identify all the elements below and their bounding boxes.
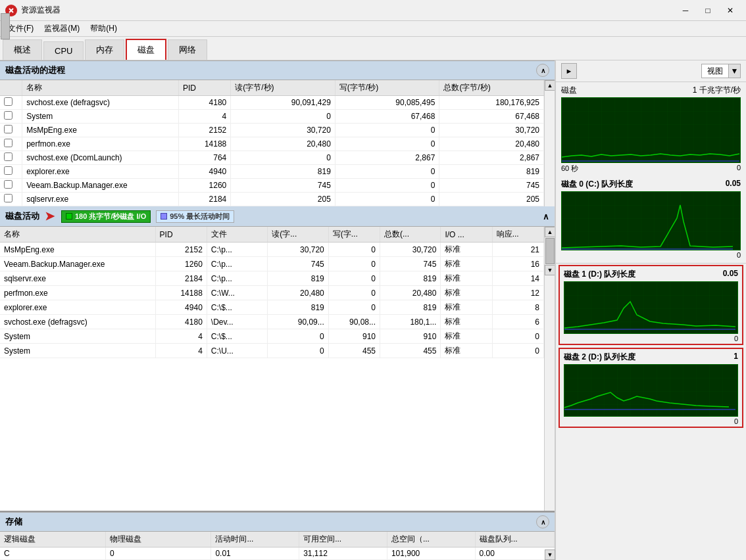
svg-rect-6	[564, 365, 737, 416]
act-col-file[interactable]: 文件	[207, 227, 267, 243]
collapse-activity-button[interactable]: ∧	[543, 212, 549, 222]
process-checkbox[interactable]	[4, 139, 12, 147]
green-square-icon	[66, 213, 72, 220]
left-panel: 磁盘活动的进程 ∧ 名称 PID 读(字节/秒) 写(字节/秒)	[0, 60, 555, 560]
table-row: explorer.exe 4940 819 0 819	[0, 165, 544, 179]
storage-row: C 0 0.01 31,112 101,900 0.00	[0, 548, 555, 560]
act-col-read[interactable]: 读(字...	[268, 227, 328, 243]
disk-activity-header: 磁盘活动 ➤ 180 兆字节/秒磁盘 I/O 95% 最长活动时间 ∧	[0, 206, 555, 227]
process-checkbox[interactable]	[4, 125, 12, 133]
table-row: sqlservr.exe 2184 C:\p... 819 0 819 标准 1…	[0, 271, 544, 286]
table-row: sqlservr.exe 2184 205 0 205	[0, 193, 544, 206]
table-row: perfmon.exe 14188 20,480 0 20,480	[0, 137, 544, 151]
act-scroll-up[interactable]: ▲	[545, 227, 555, 237]
disk0-chart-footer: 0	[561, 251, 741, 259]
storage-section: 存储 ∧ 逻辑磁盘 物理磁盘 活动时间... 可用空间... 总空间（... 磁…	[0, 511, 555, 560]
activity-table-scroll[interactable]: 名称 PID 文件 读(字... 写(字... 总数(... I/O ... 响…	[0, 227, 544, 511]
stor-col-avail[interactable]: 可用空间...	[299, 532, 387, 548]
disk-processes-table: 名称 PID 读(字节/秒) 写(字节/秒) 总数(字节/秒) svchost.…	[0, 80, 544, 206]
act-col-total[interactable]: 总数(...	[380, 227, 440, 243]
process-scrollbar[interactable]: ▲ ▼	[544, 80, 555, 206]
disk-label-row: 磁盘 1 千兆字节/秒	[561, 85, 741, 96]
process-checkbox[interactable]	[4, 111, 12, 120]
menu-monitor[interactable]: 监视器(M)	[39, 22, 85, 35]
view-dropdown-arrow[interactable]: ▼	[728, 64, 740, 78]
table-row: Veeam.Backup.Manager.exe 1260 C:\p... 74…	[0, 257, 544, 271]
view-dropdown[interactable]: 视图 ▼	[701, 64, 741, 78]
disk0-queue-label-row: 磁盘 0 (C:) 队列长度 0.05	[561, 177, 741, 191]
table-row: perfmon.exe 14188 C:\W... 20,480 0 20,48…	[0, 286, 544, 300]
disk-main-chart	[561, 97, 741, 163]
stor-col-logical[interactable]: 逻辑磁盘	[0, 532, 105, 548]
disk-chart-svg	[562, 98, 740, 162]
activity-scrollbar[interactable]: ▲ ▼	[544, 227, 555, 511]
act-scroll-thumb[interactable]	[545, 238, 555, 264]
disk0-svg	[562, 192, 740, 250]
view-label: 视图	[702, 66, 728, 77]
act-scroll-down[interactable]: ▼	[545, 265, 555, 275]
tab-memory[interactable]: 内存	[85, 39, 124, 60]
chart-time-value: 0	[737, 164, 741, 174]
disk2-label: 磁盘 2 (D:) 队列长度	[564, 352, 635, 363]
collapse-storage-button[interactable]: ∧	[536, 515, 549, 528]
window-controls: ─ □ ✕	[675, 4, 741, 17]
disk0-queue-section: 磁盘 0 (C:) 队列长度 0.05 0	[556, 176, 746, 264]
col-read[interactable]: 读(字节/秒)	[231, 80, 336, 96]
stor-col-total[interactable]: 总空间（...	[387, 532, 475, 548]
maximize-button[interactable]: □	[697, 4, 718, 17]
menu-help[interactable]: 帮助(H)	[85, 22, 122, 35]
blue-square-icon	[161, 213, 167, 220]
close-button[interactable]: ✕	[720, 4, 741, 17]
act-col-resp[interactable]: 响应...	[492, 227, 543, 243]
act-col-pid[interactable]: PID	[155, 227, 207, 243]
tab-disk[interactable]: 磁盘	[126, 39, 166, 60]
disk2-queue-section: 磁盘 2 (D:) 队列长度 1 0	[559, 348, 743, 428]
main-layout: 磁盘活动的进程 ∧ 名称 PID 读(字节/秒) 写(字节/秒)	[0, 60, 746, 560]
scroll-down-arrow[interactable]: ▼	[545, 549, 555, 560]
disk1-queue-chart	[564, 281, 738, 334]
disk2-queue-label-row: 磁盘 2 (D:) 队列长度 1	[564, 350, 738, 364]
col-total[interactable]: 总数(字节/秒)	[439, 80, 544, 96]
table-row: svchost.exe (DcomLaunch) 764 0 2,867 2,8…	[0, 151, 544, 165]
stor-col-physical[interactable]: 物理磁盘	[105, 532, 211, 548]
col-name[interactable]: 名称	[22, 80, 179, 96]
disk1-queue-label-row: 磁盘 1 (D:) 队列长度 0.05	[564, 268, 738, 281]
table-row: MsMpEng.exe 2152 C:\p... 30,720 0 30,720…	[0, 243, 544, 257]
process-checkbox[interactable]	[4, 152, 12, 161]
right-panel-header: ► 视图 ▼	[556, 60, 746, 82]
stor-col-queue[interactable]: 磁盘队列...	[475, 532, 554, 548]
scroll-up-arrow[interactable]: ▲	[545, 80, 555, 91]
act-col-io[interactable]: I/O ...	[441, 227, 492, 243]
nav-forward-button[interactable]: ►	[561, 63, 577, 79]
tab-network[interactable]: 网络	[168, 39, 207, 60]
right-panel: ► 视图 ▼ 磁盘 1 千兆字节/秒	[555, 60, 746, 560]
col-write[interactable]: 写(字节/秒)	[335, 80, 439, 96]
tab-cpu[interactable]: CPU	[43, 41, 84, 60]
process-checkbox[interactable]	[4, 194, 12, 202]
process-checkbox[interactable]	[4, 97, 12, 106]
table-row: svchost.exe (defragsvc) 4180 90,091,429 …	[0, 96, 544, 110]
disk-processes-title: 磁盘活动的进程	[5, 64, 65, 76]
table-row: Veeam.Backup.Manager.exe 1260 745 0 745	[0, 179, 544, 193]
chart-time-label: 60 秒	[561, 164, 578, 174]
tab-overview[interactable]: 概述	[3, 39, 42, 60]
process-checkbox[interactable]	[4, 180, 12, 189]
disk-activity-title: 磁盘活动	[5, 210, 39, 222]
collapse-processes-button[interactable]: ∧	[536, 64, 549, 77]
disk-io-label: 180 兆字节/秒磁盘 I/O	[75, 212, 146, 222]
svg-rect-4	[562, 192, 740, 250]
act-col-name[interactable]: 名称	[0, 227, 155, 243]
menu-bar: 文件(F) 监视器(M) 帮助(H)	[0, 21, 746, 37]
table-row: explorer.exe 4940 C:\$... 819 0 819 标准 8	[0, 300, 544, 315]
storage-header: 存储 ∧	[0, 512, 555, 532]
stor-col-active[interactable]: 活动时间...	[211, 532, 299, 548]
disk-activity-table: 名称 PID 文件 读(字... 写(字... 总数(... I/O ... 响…	[0, 227, 544, 358]
disk2-queue-chart	[564, 364, 738, 417]
activity-time-badge: 95% 最长活动时间	[156, 210, 234, 223]
disk1-svg	[564, 282, 737, 333]
col-pid[interactable]: PID	[179, 80, 231, 96]
minimize-button[interactable]: ─	[675, 4, 696, 17]
process-checkbox[interactable]	[4, 166, 12, 175]
act-col-write[interactable]: 写(字...	[328, 227, 380, 243]
disk0-value: 0.05	[726, 179, 741, 190]
